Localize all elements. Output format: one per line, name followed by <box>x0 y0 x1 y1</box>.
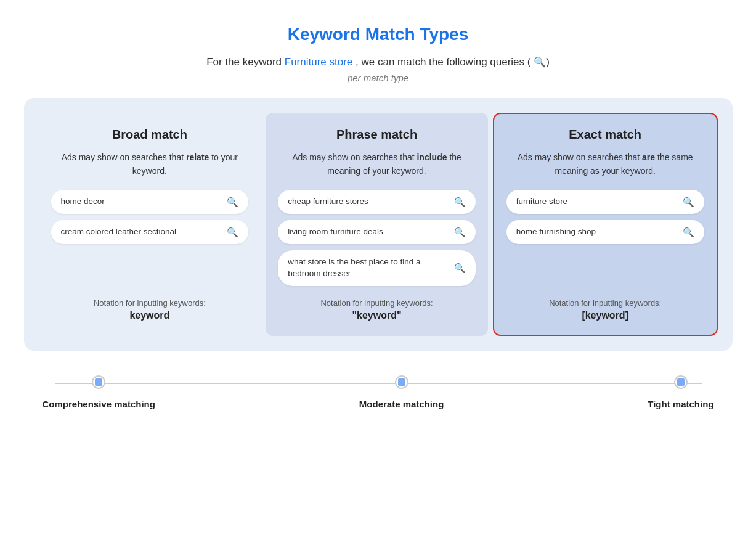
broad-pill-1: home decor 🔍 <box>51 190 249 214</box>
per-match-label: per match type <box>348 73 408 83</box>
subtitle-prefix: For the keyword <box>206 56 282 68</box>
timeline-dot-tight <box>674 375 688 389</box>
search-icon-inline: 🔍 <box>534 55 546 70</box>
phrase-pills: cheap furniture stores 🔍 living room fur… <box>278 190 476 286</box>
exact-pill-1-text: furniture store <box>516 196 678 208</box>
phrase-notation-value: "keyword" <box>320 310 433 321</box>
phrase-pill-1-text: cheap furniture stores <box>288 196 449 208</box>
timeline-node-moderate: Moderate matching <box>359 375 444 409</box>
search-icon: 🔍 <box>683 197 694 208</box>
broad-match-column: Broad match Ads may show on searches tha… <box>39 113 261 336</box>
phrase-match-column: Phrase match Ads may show on searches th… <box>266 113 488 336</box>
exact-match-column: Exact match Ads may show on searches tha… <box>493 113 718 336</box>
broad-notation: Notation for inputting keywords: keyword <box>94 298 206 321</box>
exact-notation: Notation for inputting keywords: [keywor… <box>549 298 661 321</box>
phrase-pill-2: living room furniture deals 🔍 <box>278 220 476 244</box>
search-icon: 🔍 <box>683 227 694 238</box>
broad-pills: home decor 🔍 cream colored leather secti… <box>51 190 249 286</box>
timeline-dot-inner <box>398 378 405 386</box>
timeline-node-tight: Tight matching <box>648 375 713 409</box>
timeline-label-moderate: Moderate matching <box>359 399 444 409</box>
search-icon: 🔍 <box>227 227 238 238</box>
search-icon: 🔍 <box>454 227 466 238</box>
subtitle: For the keyword Furniture store , we can… <box>206 54 550 70</box>
exact-match-title: Exact match <box>569 128 641 142</box>
page-title: Keyword Match Types <box>288 25 469 44</box>
exact-pills: furniture store 🔍 home furnishing shop 🔍 <box>506 190 704 286</box>
timeline-section: Comprehensive matching Moderate matching… <box>24 375 733 409</box>
broad-pill-2: cream colored leather sectional 🔍 <box>51 220 249 244</box>
broad-match-desc: Ads may show on searches that relate to … <box>51 150 249 178</box>
exact-notation-label: Notation for inputting keywords: <box>549 298 661 308</box>
phrase-match-title: Phrase match <box>336 128 417 142</box>
exact-pill-1: furniture store 🔍 <box>506 190 704 214</box>
broad-match-title: Broad match <box>112 128 187 142</box>
phrase-pill-3: what store is the best place to find a b… <box>278 250 476 286</box>
timeline-dot-moderate <box>395 375 408 389</box>
broad-notation-value: keyword <box>94 310 206 321</box>
phrase-pill-1: cheap furniture stores 🔍 <box>278 190 476 214</box>
exact-pill-2: home furnishing shop 🔍 <box>506 220 704 244</box>
phrase-notation: Notation for inputting keywords: "keywor… <box>320 298 433 321</box>
subtitle-suffix: , we can match the following queries ( 🔍… <box>356 56 550 68</box>
phrase-pill-3-text: what store is the best place to find a b… <box>288 256 449 280</box>
timeline-dot-inner <box>677 378 685 386</box>
phrase-notation-label: Notation for inputting keywords: <box>320 298 433 308</box>
search-icon: 🔍 <box>454 263 466 274</box>
exact-match-desc: Ads may show on searches that are the sa… <box>506 150 704 178</box>
search-icon: 🔍 <box>227 197 238 208</box>
exact-notation-value: [keyword] <box>549 310 661 321</box>
timeline-node-comprehensive: Comprehensive matching <box>43 375 155 409</box>
broad-pill-1-text: home decor <box>61 196 222 208</box>
timeline-label-tight: Tight matching <box>648 399 713 409</box>
phrase-match-desc: Ads may show on searches that include th… <box>278 150 476 178</box>
phrase-pill-2-text: living room furniture deals <box>288 226 449 238</box>
search-icon: 🔍 <box>454 197 466 208</box>
broad-notation-label: Notation for inputting keywords: <box>94 298 206 308</box>
match-types-container: Broad match Ads may show on searches tha… <box>24 98 733 351</box>
keyword-highlight: Furniture store <box>285 56 353 68</box>
broad-pill-2-text: cream colored leather sectional <box>61 226 222 238</box>
timeline-label-comprehensive: Comprehensive matching <box>43 399 155 409</box>
timeline-dot-inner <box>95 378 102 386</box>
timeline-dot-comprehensive <box>92 375 105 389</box>
exact-pill-2-text: home furnishing shop <box>516 226 678 238</box>
